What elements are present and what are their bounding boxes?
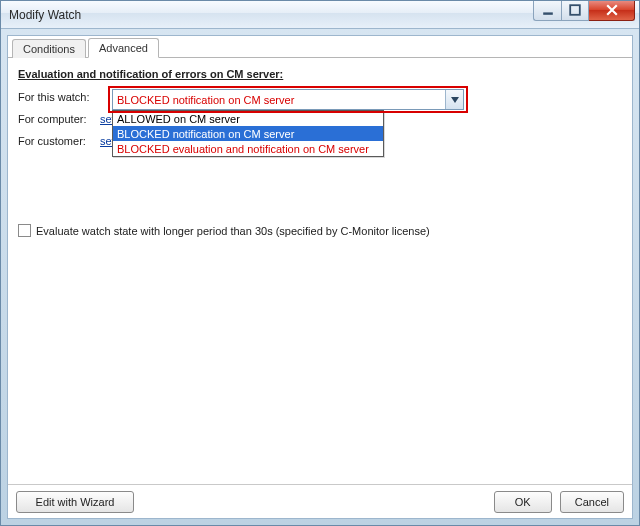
tab-advanced[interactable]: Advanced — [88, 38, 159, 58]
computer-label: For computer: — [18, 113, 100, 125]
longer-period-checkbox[interactable] — [18, 224, 31, 237]
dropdown-list: ALLOWED on CM server BLOCKED notificatio… — [112, 110, 384, 157]
client-area: Conditions Advanced Evaluation and notif… — [7, 35, 633, 519]
ok-button[interactable]: OK — [494, 491, 552, 513]
dropdown-option-blocked-notification[interactable]: BLOCKED notification on CM server — [113, 126, 383, 141]
tab-conditions[interactable]: Conditions — [12, 39, 86, 58]
dropdown-selected-text: BLOCKED notification on CM server — [113, 94, 445, 106]
dropdown-option-blocked-eval[interactable]: BLOCKED evaluation and notification on C… — [113, 141, 383, 156]
watch-label: For this watch: — [18, 91, 100, 103]
maximize-button[interactable] — [561, 1, 589, 21]
svg-rect-0 — [543, 12, 553, 14]
dropdown-option-allowed[interactable]: ALLOWED on CM server — [113, 111, 383, 126]
tab-content: Evaluation and notification of errors on… — [8, 58, 632, 484]
section-heading: Evaluation and notification of errors on… — [18, 68, 622, 80]
longer-period-row: Evaluate watch state with longer period … — [18, 224, 622, 237]
button-bar: Edit with Wizard OK Cancel — [8, 484, 632, 518]
chevron-down-icon — [445, 90, 463, 109]
tab-strip: Conditions Advanced — [8, 36, 632, 58]
edit-with-wizard-button[interactable]: Edit with Wizard — [16, 491, 134, 513]
window-frame: Modify Watch Conditions Advanced Evaluat… — [0, 0, 640, 526]
titlebar: Modify Watch — [1, 1, 639, 29]
minimize-button[interactable] — [533, 1, 561, 21]
cancel-button[interactable]: Cancel — [560, 491, 624, 513]
window-controls — [533, 1, 639, 21]
watch-notification-dropdown[interactable]: BLOCKED notification on CM server — [112, 89, 464, 110]
window-title: Modify Watch — [9, 8, 533, 22]
svg-rect-1 — [570, 5, 580, 15]
longer-period-label: Evaluate watch state with longer period … — [36, 225, 430, 237]
customer-label: For customer: — [18, 135, 100, 147]
close-button[interactable] — [589, 1, 635, 21]
